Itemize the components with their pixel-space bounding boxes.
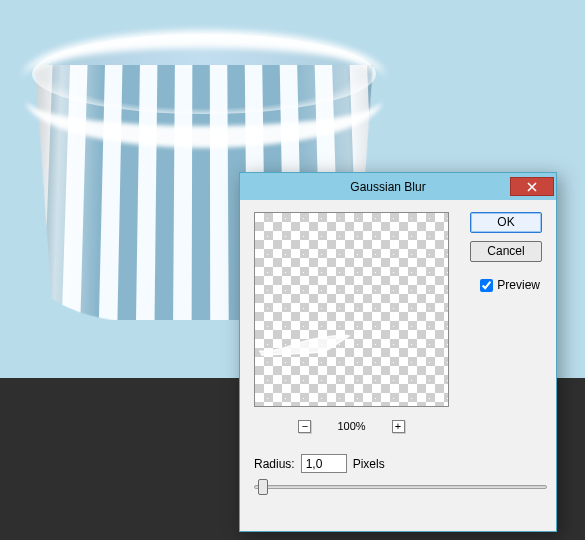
slider-thumb[interactable]	[258, 479, 268, 495]
radius-unit: Pixels	[353, 457, 385, 471]
filter-preview[interactable]	[254, 212, 449, 407]
radius-row: Radius: Pixels	[254, 454, 385, 473]
gaussian-blur-dialog: Gaussian Blur − 100% + OK Cancel Prev	[239, 172, 557, 532]
canvas-background: Gaussian Blur − 100% + OK Cancel Prev	[0, 0, 585, 540]
zoom-in-button[interactable]: +	[392, 420, 405, 433]
zoom-controls: − 100% +	[254, 416, 449, 436]
radius-input[interactable]	[301, 454, 347, 473]
dialog-titlebar[interactable]: Gaussian Blur	[240, 173, 556, 200]
plus-icon: +	[395, 421, 401, 432]
dialog-title: Gaussian Blur	[266, 180, 510, 194]
zoom-out-button[interactable]: −	[298, 420, 311, 433]
close-icon	[527, 182, 537, 192]
zoom-value: 100%	[337, 420, 365, 432]
radius-label: Radius:	[254, 457, 295, 471]
transparency-checker	[255, 213, 448, 406]
preview-checkbox[interactable]	[480, 279, 493, 292]
preview-label: Preview	[497, 278, 540, 292]
radius-slider[interactable]	[254, 479, 547, 495]
slider-rail	[254, 485, 547, 489]
close-button[interactable]	[510, 177, 554, 196]
cancel-button[interactable]: Cancel	[470, 241, 542, 262]
minus-icon: −	[302, 421, 308, 432]
preview-toggle[interactable]: Preview	[480, 278, 540, 292]
ok-button[interactable]: OK	[470, 212, 542, 233]
cup-rim-front	[26, 52, 382, 148]
dialog-body: − 100% + OK Cancel Preview Radius: Pixel…	[240, 200, 556, 531]
